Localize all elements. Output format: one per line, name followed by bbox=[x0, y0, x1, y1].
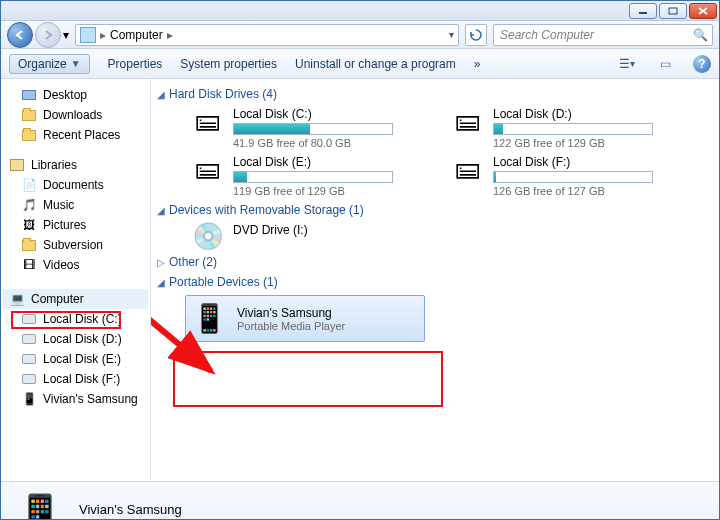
media-player-icon: 📱 bbox=[192, 302, 227, 335]
command-bar: Organize▼ Properties System properties U… bbox=[1, 49, 719, 79]
media-player-icon: 📱 bbox=[15, 492, 65, 520]
sidebar-downloads[interactable]: Downloads bbox=[3, 105, 148, 125]
content-pane: ◢Hard Disk Drives (4) 🖴Local Disk (C:)41… bbox=[151, 79, 719, 481]
sidebar-libraries[interactable]: Libraries bbox=[3, 155, 148, 175]
svg-rect-1 bbox=[669, 8, 677, 14]
highlight-annotation bbox=[173, 351, 443, 407]
section-portable[interactable]: ◢Portable Devices (1) bbox=[157, 275, 709, 289]
sidebar-drive-c[interactable]: Local Disk (C:) bbox=[3, 309, 148, 329]
breadcrumb-computer[interactable]: Computer bbox=[110, 28, 163, 42]
drive-c[interactable]: 🖴Local Disk (C:)41.9 GB free of 80.0 GB bbox=[191, 107, 411, 149]
sidebar-documents[interactable]: 📄Documents bbox=[3, 175, 148, 195]
collapse-icon: ◢ bbox=[157, 277, 165, 288]
breadcrumb-sep: ▸ bbox=[100, 28, 106, 42]
sidebar-computer[interactable]: 💻Computer bbox=[3, 289, 148, 309]
details-title: Vivian's Samsung bbox=[79, 502, 187, 517]
drive-f[interactable]: 🖴Local Disk (F:)126 GB free of 127 GB bbox=[451, 155, 671, 197]
section-removable[interactable]: ◢Devices with Removable Storage (1) bbox=[157, 203, 709, 217]
breadcrumb-sep: ▸ bbox=[167, 28, 173, 42]
help-button[interactable]: ? bbox=[693, 55, 711, 73]
toolbar-system-properties[interactable]: System properties bbox=[180, 57, 277, 71]
dvd-icon: 💿 bbox=[191, 223, 225, 249]
sidebar-drive-e[interactable]: Local Disk (E:) bbox=[3, 349, 148, 369]
view-options[interactable]: ☰▾ bbox=[617, 55, 637, 73]
drive-icon: 🖴 bbox=[191, 155, 225, 197]
drive-icon: 🖴 bbox=[451, 155, 485, 197]
sidebar-music[interactable]: 🎵Music bbox=[3, 195, 148, 215]
drive-d[interactable]: 🖴Local Disk (D:)122 GB free of 129 GB bbox=[451, 107, 671, 149]
details-pane: 📱 Vivian's Samsung Portable Media Player bbox=[1, 481, 719, 520]
computer-icon bbox=[80, 27, 96, 43]
chevron-down-icon: ▼ bbox=[71, 58, 81, 69]
maximize-button[interactable] bbox=[659, 3, 687, 19]
search-icon: 🔍 bbox=[693, 28, 708, 42]
collapse-icon: ◢ bbox=[157, 205, 165, 216]
minimize-button[interactable] bbox=[629, 3, 657, 19]
sidebar-pictures[interactable]: 🖼Pictures bbox=[3, 215, 148, 235]
sidebar-vivians-samsung[interactable]: 📱Vivian's Samsung bbox=[3, 389, 148, 409]
history-dropdown[interactable]: ▾ bbox=[63, 28, 69, 42]
toolbar-more[interactable]: » bbox=[474, 57, 481, 71]
drive-icon: 🖴 bbox=[451, 107, 485, 149]
navigation-bar: ▾ ▸ Computer ▸ ▾ Search Computer 🔍 bbox=[1, 21, 719, 49]
sidebar-desktop[interactable]: Desktop bbox=[3, 85, 148, 105]
back-button[interactable] bbox=[7, 22, 33, 48]
sidebar-videos[interactable]: 🎞Videos bbox=[3, 255, 148, 275]
dvd-drive[interactable]: 💿DVD Drive (I:) bbox=[191, 223, 411, 249]
sidebar-recent-places[interactable]: Recent Places bbox=[3, 125, 148, 145]
close-button[interactable] bbox=[689, 3, 717, 19]
preview-pane-toggle[interactable]: ▭ bbox=[655, 55, 675, 73]
search-placeholder: Search Computer bbox=[500, 28, 594, 42]
drive-icon: 🖴 bbox=[191, 107, 225, 149]
drive-e[interactable]: 🖴Local Disk (E:)119 GB free of 129 GB bbox=[191, 155, 411, 197]
window-titlebar bbox=[1, 1, 719, 21]
sidebar-drive-d[interactable]: Local Disk (D:) bbox=[3, 329, 148, 349]
collapse-icon: ◢ bbox=[157, 89, 165, 100]
refresh-button[interactable] bbox=[465, 24, 487, 46]
expand-icon: ▷ bbox=[157, 257, 165, 268]
toolbar-uninstall[interactable]: Uninstall or change a program bbox=[295, 57, 456, 71]
portable-device-samsung[interactable]: 📱 Vivian's SamsungPortable Media Player bbox=[185, 295, 425, 342]
section-hdd[interactable]: ◢Hard Disk Drives (4) bbox=[157, 87, 709, 101]
organize-menu[interactable]: Organize▼ bbox=[9, 54, 90, 74]
address-more[interactable]: ▾ bbox=[449, 29, 454, 40]
section-other[interactable]: ▷Other (2) bbox=[157, 255, 709, 269]
forward-button[interactable] bbox=[35, 22, 61, 48]
sidebar-drive-f[interactable]: Local Disk (F:) bbox=[3, 369, 148, 389]
navigation-pane: Desktop Downloads Recent Places Librarie… bbox=[1, 79, 151, 481]
address-bar[interactable]: ▸ Computer ▸ ▾ bbox=[75, 24, 459, 46]
search-box[interactable]: Search Computer 🔍 bbox=[493, 24, 713, 46]
sidebar-subversion[interactable]: Subversion bbox=[3, 235, 148, 255]
toolbar-properties[interactable]: Properties bbox=[108, 57, 163, 71]
